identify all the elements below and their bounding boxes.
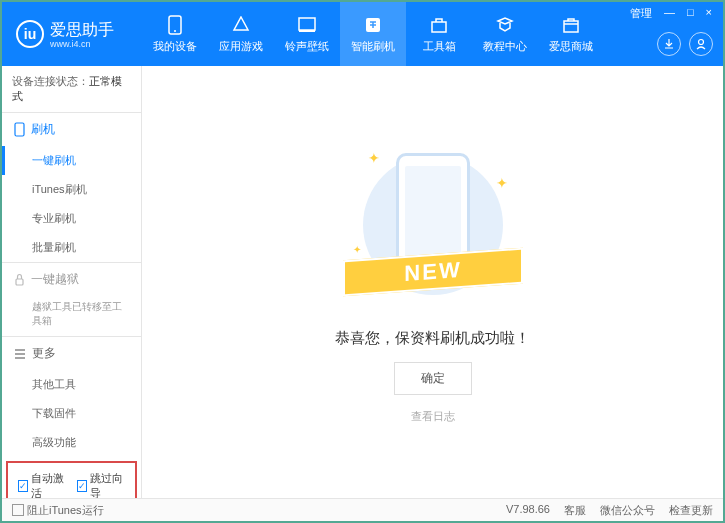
close-button[interactable]: ×	[703, 6, 715, 21]
checkbox-checked-icon: ✓	[18, 480, 28, 492]
view-log-link[interactable]: 查看日志	[411, 409, 455, 424]
svg-point-1	[174, 30, 176, 32]
phone-icon	[165, 15, 185, 35]
store-icon	[561, 15, 581, 35]
maximize-button[interactable]: □	[684, 6, 697, 21]
sidebar-item-itunes[interactable]: iTunes刷机	[2, 175, 141, 204]
logo-area: iu 爱思助手 www.i4.cn	[2, 20, 142, 49]
success-message: 恭喜您，保资料刷机成功啦！	[335, 329, 530, 348]
sidebar-item-other[interactable]: 其他工具	[2, 370, 141, 399]
nav-tutorials[interactable]: 教程中心	[472, 2, 538, 66]
sidebar-jailbreak-header[interactable]: 一键越狱	[2, 263, 141, 296]
nav-my-device[interactable]: 我的设备	[142, 2, 208, 66]
sidebar-item-batch[interactable]: 批量刷机	[2, 233, 141, 262]
app-header: iu 爱思助手 www.i4.cn 我的设备 应用游戏 铃声壁纸 智能刷机 工具…	[2, 2, 723, 66]
checkbox-checked-icon: ✓	[77, 480, 87, 492]
menu-icon	[14, 349, 26, 359]
svg-rect-6	[564, 21, 578, 32]
svg-rect-3	[299, 30, 315, 32]
nav-store[interactable]: 爱思商城	[538, 2, 604, 66]
main-content: ✦ ✦ ✦ NEW 恭喜您，保资料刷机成功啦！ 确定 查看日志	[142, 66, 723, 502]
sidebar-item-download[interactable]: 下载固件	[2, 399, 141, 428]
logo-icon: iu	[16, 20, 44, 48]
nav-tabs: 我的设备 应用游戏 铃声壁纸 智能刷机 工具箱 教程中心 爱思商城	[142, 2, 604, 66]
auto-activate-checkbox[interactable]: ✓ 自动激活	[18, 471, 67, 501]
version-label: V7.98.66	[506, 503, 550, 518]
phone-icon	[14, 122, 25, 137]
app-url: www.i4.cn	[50, 39, 114, 49]
svg-rect-5	[432, 22, 446, 32]
svg-rect-9	[16, 279, 23, 285]
sidebar-item-oneclick[interactable]: 一键刷机	[2, 146, 141, 175]
success-illustration: ✦ ✦ ✦ NEW	[353, 145, 513, 315]
window-controls: 管理 — □ ×	[627, 6, 715, 21]
user-button[interactable]	[689, 32, 713, 56]
app-name: 爱思助手	[50, 20, 114, 41]
sidebar: 设备连接状态：正常模式 刷机 一键刷机 iTunes刷机 专业刷机 批量刷机 一…	[2, 66, 142, 502]
footer: 阻止iTunes运行 V7.98.66 客服 微信公众号 检查更新	[2, 498, 723, 521]
support-link[interactable]: 客服	[564, 503, 586, 518]
skip-guide-checkbox[interactable]: ✓ 跳过向导	[77, 471, 126, 501]
svg-rect-2	[299, 18, 315, 30]
jailbreak-note: 越狱工具已转移至工具箱	[2, 296, 141, 336]
nav-flash[interactable]: 智能刷机	[340, 2, 406, 66]
wallpaper-icon	[297, 15, 317, 35]
header-actions	[657, 32, 713, 56]
nav-ringtones[interactable]: 铃声壁纸	[274, 2, 340, 66]
svg-rect-8	[15, 123, 24, 136]
minimize-button[interactable]: —	[661, 6, 678, 21]
nav-apps[interactable]: 应用游戏	[208, 2, 274, 66]
toolbox-icon	[429, 15, 449, 35]
block-itunes-checkbox[interactable]: 阻止iTunes运行	[12, 503, 104, 518]
sidebar-flash-header[interactable]: 刷机	[2, 113, 141, 146]
wechat-link[interactable]: 微信公众号	[600, 503, 655, 518]
menu-button[interactable]: 管理	[627, 6, 655, 21]
nav-toolbox[interactable]: 工具箱	[406, 2, 472, 66]
connection-status: 设备连接状态：正常模式	[2, 66, 141, 112]
svg-point-7	[699, 40, 704, 45]
download-button[interactable]	[657, 32, 681, 56]
confirm-button[interactable]: 确定	[394, 362, 472, 395]
flash-icon	[363, 15, 383, 35]
sidebar-item-pro[interactable]: 专业刷机	[2, 204, 141, 233]
lock-icon	[14, 273, 25, 286]
tutorial-icon	[495, 15, 515, 35]
checkbox-unchecked-icon	[12, 504, 24, 516]
sidebar-more-header[interactable]: 更多	[2, 337, 141, 370]
update-link[interactable]: 检查更新	[669, 503, 713, 518]
apps-icon	[231, 15, 251, 35]
sidebar-item-advanced[interactable]: 高级功能	[2, 428, 141, 457]
